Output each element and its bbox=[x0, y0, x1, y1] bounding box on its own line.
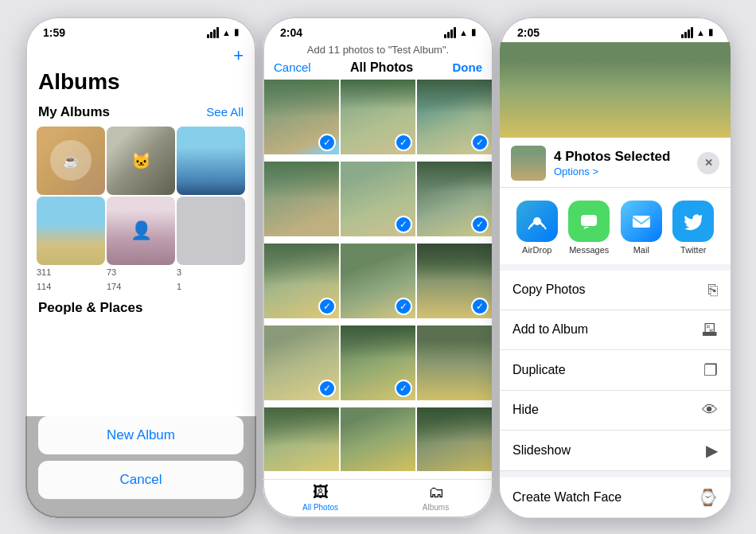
photo-cell-5[interactable]: ✓ bbox=[341, 162, 415, 236]
add-to-album-icon: 🗳 bbox=[702, 321, 718, 339]
messages-share-item[interactable]: Messages bbox=[568, 201, 610, 255]
twitter-icon bbox=[672, 201, 714, 242]
duplicate-label: Duplicate bbox=[512, 363, 566, 377]
signal-bars-2 bbox=[444, 27, 456, 38]
photo-cell-8[interactable]: ✓ bbox=[341, 244, 415, 318]
slideshow-label: Slideshow bbox=[512, 443, 571, 458]
bar2 bbox=[210, 32, 212, 38]
cancel-nav-button[interactable]: Cancel bbox=[274, 60, 311, 74]
slideshow-icon: ▶ bbox=[706, 441, 718, 460]
photo-cell-6[interactable]: ✓ bbox=[417, 162, 492, 236]
create-watch-face-label: Create Watch Face bbox=[512, 490, 622, 505]
messages-svg bbox=[579, 211, 599, 232]
albums-toolbar: + bbox=[25, 42, 256, 66]
duplicate-icon: ❐ bbox=[703, 361, 718, 380]
album-thumb-coffee[interactable]: ☕ bbox=[37, 127, 105, 195]
see-all-link[interactable]: See All bbox=[206, 105, 244, 119]
photo-cell-13[interactable] bbox=[264, 407, 339, 471]
all-photos-tab-label: All Photos bbox=[302, 503, 338, 512]
check-8: ✓ bbox=[395, 298, 412, 315]
share-header: 4 Photos Selected Options > ✕ bbox=[500, 138, 731, 188]
album-count-0: 311 bbox=[37, 265, 105, 279]
twitter-svg bbox=[683, 211, 703, 232]
photo-cell-15[interactable] bbox=[417, 407, 492, 471]
wifi-icon-1: ▲ bbox=[222, 28, 231, 37]
twitter-label: Twitter bbox=[680, 245, 706, 255]
check-3: ✓ bbox=[471, 134, 489, 151]
add-album-button[interactable]: + bbox=[233, 45, 244, 66]
photo-cell-2[interactable]: ✓ bbox=[341, 80, 415, 154]
status-bar-3: 2:05 ▲ ▮ bbox=[500, 17, 731, 42]
airdrop-share-item[interactable]: AirDrop bbox=[516, 201, 558, 255]
svg-rect-2 bbox=[633, 216, 650, 228]
album-thumb-blue[interactable] bbox=[177, 127, 245, 195]
screen1-iphone: 1:59 ▲ ▮ + Albums My Albums See All bbox=[25, 17, 256, 518]
photo-cell-1[interactable]: ✓ bbox=[264, 80, 339, 154]
options-link[interactable]: Options > bbox=[554, 166, 689, 177]
bar4-2 bbox=[454, 27, 456, 38]
check-2: ✓ bbox=[395, 134, 412, 151]
copy-photos-icon: ⎘ bbox=[708, 281, 718, 299]
screen2-iphone: 2:04 ▲ ▮ Add 11 photos to "Test Album". … bbox=[263, 17, 493, 518]
hide-item[interactable]: Hide 👁 bbox=[500, 391, 731, 431]
albums-tab-label: Albums bbox=[423, 503, 449, 512]
bar2-3 bbox=[684, 32, 687, 38]
photo-cell-4[interactable] bbox=[264, 162, 339, 236]
album-thumb-selfie[interactable]: 👤 bbox=[107, 197, 175, 265]
album-count-row: 311 73 3 bbox=[25, 265, 256, 279]
bar4 bbox=[216, 27, 219, 38]
time-2: 2:04 bbox=[280, 26, 302, 39]
bar3 bbox=[213, 29, 216, 38]
photo-cell-3[interactable]: ✓ bbox=[417, 80, 492, 154]
add-photos-title: Add 11 photos to "Test Album". bbox=[263, 42, 493, 59]
photo-cell-12[interactable] bbox=[417, 325, 492, 400]
done-button[interactable]: Done bbox=[453, 60, 483, 74]
mail-svg bbox=[631, 211, 652, 232]
modal-overlay: New Album Cancel bbox=[25, 416, 256, 518]
time-1: 1:59 bbox=[43, 26, 65, 39]
bar3-2 bbox=[450, 29, 453, 38]
tab-albums[interactable]: 🗂 Albums bbox=[378, 483, 493, 512]
screen2-content: Add 11 photos to "Test Album". Cancel Al… bbox=[263, 42, 493, 518]
share-icons-row: AirDrop Messages bbox=[500, 188, 731, 264]
battery-icon-1: ▮ bbox=[234, 27, 239, 37]
check-6: ✓ bbox=[471, 216, 489, 233]
signal-bars-3 bbox=[681, 27, 693, 38]
check-5: ✓ bbox=[395, 216, 412, 233]
check-9: ✓ bbox=[471, 298, 489, 315]
copy-photos-item[interactable]: Copy Photos ⎘ bbox=[500, 271, 731, 310]
mail-share-item[interactable]: Mail bbox=[621, 201, 662, 255]
create-watch-face-item[interactable]: Create Watch Face ⌚ bbox=[500, 477, 731, 518]
airdrop-svg bbox=[527, 211, 548, 232]
photos-selected-label: 4 Photos Selected bbox=[554, 149, 689, 165]
airdrop-label: AirDrop bbox=[522, 245, 551, 255]
album-count-2: 3 bbox=[177, 265, 245, 279]
photo-cell-11[interactable]: ✓ bbox=[341, 325, 415, 400]
duplicate-item[interactable]: Duplicate ❐ bbox=[500, 350, 731, 391]
hide-label: Hide bbox=[512, 403, 539, 417]
cancel-button[interactable]: Cancel bbox=[38, 461, 244, 499]
add-to-album-item[interactable]: Add to Album 🗳 bbox=[500, 310, 731, 350]
screens-container: 1:59 ▲ ▮ + Albums My Albums See All bbox=[16, 7, 740, 528]
wifi-icon-2: ▲ bbox=[459, 28, 468, 37]
album-thumb-cat[interactable]: 🐱 bbox=[107, 127, 175, 195]
bar3-3 bbox=[688, 29, 690, 38]
slideshow-item[interactable]: Slideshow ▶ bbox=[500, 431, 731, 471]
photo-cell-7[interactable]: ✓ bbox=[264, 244, 339, 318]
messages-label: Messages bbox=[569, 245, 609, 255]
photo-cell-10[interactable]: ✓ bbox=[264, 325, 339, 400]
albums-grid: ☕ 🐱 👤 bbox=[25, 127, 256, 265]
photo-cell-9[interactable]: ✓ bbox=[417, 244, 492, 318]
status-bar-1: 1:59 ▲ ▮ bbox=[25, 17, 256, 42]
close-button[interactable]: ✕ bbox=[697, 152, 719, 174]
album-count-row2: 114 174 1 bbox=[25, 279, 256, 294]
album-thumb-gray[interactable] bbox=[177, 197, 245, 265]
album-thumb-beach[interactable] bbox=[37, 197, 105, 265]
photo-cell-14[interactable] bbox=[341, 407, 415, 471]
section-break bbox=[500, 471, 731, 477]
tab-all-photos[interactable]: 🖼 All Photos bbox=[263, 483, 378, 512]
album-count-1: 73 bbox=[107, 265, 175, 279]
new-album-button[interactable]: New Album bbox=[38, 416, 244, 454]
twitter-share-item[interactable]: Twitter bbox=[672, 201, 714, 255]
my-albums-header: My Albums See All bbox=[25, 101, 256, 127]
